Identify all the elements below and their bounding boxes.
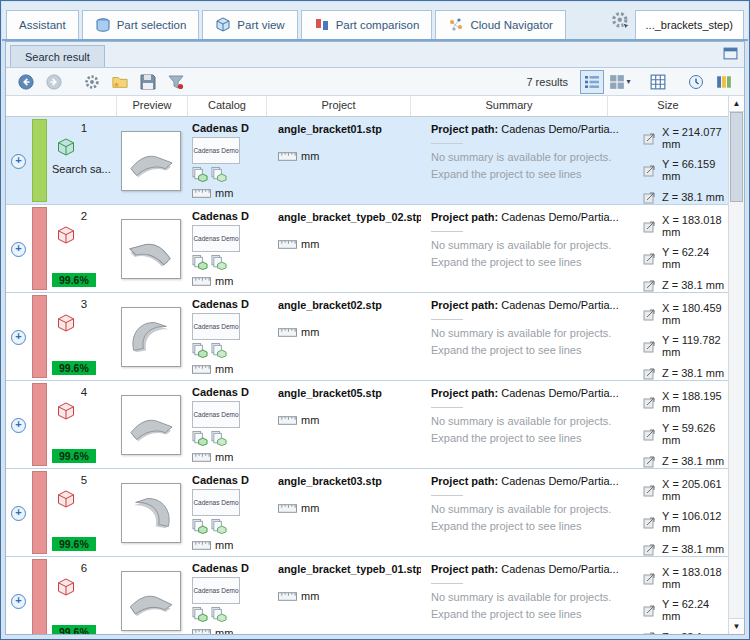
project-path-label: Project path:: [431, 299, 498, 311]
match-badge: 99.6%: [52, 449, 96, 463]
preview-thumbnail[interactable]: [121, 219, 181, 279]
catalog-thumbnail[interactable]: Cadenas Demo: [192, 489, 240, 516]
ruler-icon: [278, 504, 297, 513]
table-row[interactable]: 2 99.6% Cadenas D Cadenas Demo: [6, 205, 729, 293]
table-view-button[interactable]: [646, 70, 670, 94]
part-selection-icon: [95, 17, 111, 33]
document-tab[interactable]: ..._brackets_step): [635, 10, 744, 39]
tab-search-result[interactable]: Search result: [10, 45, 105, 67]
save-search-button[interactable]: [136, 70, 160, 94]
forward-button[interactable]: [42, 70, 66, 94]
tab-label: Part comparison: [336, 19, 420, 31]
list-view-icon: [584, 74, 600, 90]
project-filename[interactable]: angle_bracket_typeb_01.stp: [278, 563, 421, 575]
header-summary[interactable]: Summary: [411, 96, 608, 116]
summary-line: No summary is available for projects.: [431, 501, 627, 518]
catalog-stack-icon: [211, 342, 227, 359]
search-settings-button[interactable]: [80, 70, 104, 94]
row-size-cell: X = 205.061 mm Y = 106.012 mm Z = 38.1 m…: [635, 469, 729, 565]
scroll-down-icon[interactable]: [729, 618, 744, 634]
row-status-cell: 4 99.6%: [6, 381, 116, 468]
header-preview[interactable]: Preview: [117, 96, 188, 116]
catalog-thumbnail[interactable]: Cadenas Demo: [192, 401, 240, 428]
table-row[interactable]: 6 99.6% Cadenas D Cadenas Demo: [6, 557, 729, 634]
preview-thumbnail[interactable]: [121, 307, 181, 367]
vertical-scrollbar[interactable]: [728, 96, 744, 634]
project-unit: mm: [301, 414, 319, 426]
history-button[interactable]: [684, 70, 708, 94]
table-row[interactable]: 1 Search sa... Cadenas D Cadenas Demo: [6, 117, 729, 205]
expand-row-button[interactable]: [11, 242, 26, 257]
header-size[interactable]: Size: [608, 96, 729, 116]
catalog-stack-icon: [192, 518, 208, 535]
catalog-thumbnail[interactable]: Cadenas Demo: [192, 137, 240, 164]
scrollbar-thumb[interactable]: [730, 112, 743, 202]
ruler-icon: [192, 365, 211, 374]
session-settings-icon[interactable]: [610, 10, 632, 32]
clock-icon: [688, 74, 704, 90]
folder-star-icon: [112, 74, 128, 90]
project-filename[interactable]: angle_bracket05.stp: [278, 387, 421, 399]
tab-part-comparison[interactable]: Part comparison: [301, 10, 433, 39]
chevron-down-icon: [626, 77, 630, 86]
axis-x-icon: [643, 395, 657, 409]
match-bar: [32, 471, 47, 554]
scroll-up-icon[interactable]: [729, 96, 744, 112]
tab-cloud-navigator[interactable]: Cloud Navigator: [435, 10, 565, 39]
expand-row-button[interactable]: [11, 330, 26, 345]
header-catalog[interactable]: Catalog: [188, 96, 267, 116]
results-count: 7 results: [526, 76, 568, 88]
row-catalog-cell: Cadenas D Cadenas Demo mm: [186, 205, 272, 300]
catalog-thumbnail[interactable]: Cadenas Demo: [192, 225, 240, 252]
part-comparison-icon: [314, 17, 330, 33]
panel-options-icon[interactable]: [723, 47, 738, 60]
favorites-folder-button[interactable]: [108, 70, 132, 94]
project-filename[interactable]: angle_bracket03.stp: [278, 475, 421, 487]
part-cube-icon: [56, 577, 76, 597]
expand-row-button[interactable]: [11, 418, 26, 433]
expand-row-button[interactable]: [11, 154, 26, 169]
columns-icon: [716, 74, 732, 90]
project-path-label: Project path:: [431, 563, 498, 575]
part-cube-icon: [56, 137, 76, 157]
size-z: Z = 38.1 mm: [662, 279, 724, 291]
catalog-thumbnail[interactable]: Cadenas Demo: [192, 577, 240, 604]
forward-icon: [46, 74, 62, 90]
tile-view-icon: [609, 74, 625, 90]
header-status[interactable]: [6, 96, 117, 116]
axis-y-icon: [643, 603, 657, 617]
table-row[interactable]: 3 99.6% Cadenas D Cadenas Demo: [6, 293, 729, 381]
project-filename[interactable]: angle_bracket01.stp: [278, 123, 421, 135]
summary-divider: [431, 583, 463, 584]
back-button[interactable]: [14, 70, 38, 94]
filter-button[interactable]: [164, 70, 188, 94]
tab-assistant[interactable]: Assistant: [6, 10, 79, 39]
preview-thumbnail[interactable]: [121, 395, 181, 455]
match-badge: 99.6%: [52, 537, 96, 551]
column-settings-button[interactable]: [712, 70, 736, 94]
summary-divider: [431, 143, 463, 144]
table-row[interactable]: 4 99.6% Cadenas D Cadenas Demo: [6, 381, 729, 469]
catalog-thumbnail[interactable]: Cadenas Demo: [192, 313, 240, 340]
preview-thumbnail[interactable]: [121, 571, 181, 631]
expand-row-button[interactable]: [11, 506, 26, 521]
filter-icon: [168, 74, 184, 90]
project-filename[interactable]: angle_bracket02.stp: [278, 299, 421, 311]
header-project[interactable]: Project: [267, 96, 411, 116]
tile-view-button[interactable]: [608, 70, 632, 94]
list-view-button[interactable]: [580, 70, 604, 94]
tab-part-selection[interactable]: Part selection: [82, 10, 200, 39]
preview-thumbnail[interactable]: [121, 483, 181, 543]
project-filename[interactable]: angle_bracket_typeb_02.stp: [278, 211, 421, 223]
tab-part-view[interactable]: Part view: [202, 10, 297, 39]
part-cube-icon: [56, 313, 76, 333]
expand-row-button[interactable]: [11, 594, 26, 609]
table-row[interactable]: 5 99.6% Cadenas D Cadenas Demo: [6, 469, 729, 557]
preview-thumbnail[interactable]: [121, 131, 181, 191]
row-project-cell: angle_bracket03.stp mm: [272, 469, 423, 568]
catalog-name: Cadenas D: [192, 210, 270, 222]
tab-label: Cloud Navigator: [470, 19, 552, 31]
axis-x-icon: [643, 307, 657, 321]
row-number: 2: [81, 210, 87, 222]
row-project-cell: angle_bracket_typeb_02.stp mm: [272, 205, 423, 304]
